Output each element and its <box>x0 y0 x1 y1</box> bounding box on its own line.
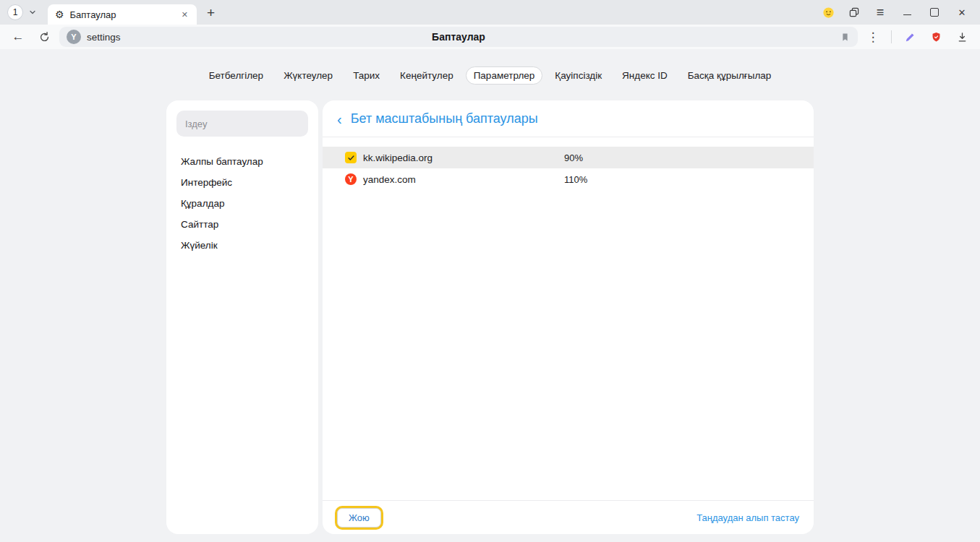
assistant-icon[interactable] <box>817 2 840 22</box>
minimize-icon <box>903 14 911 15</box>
browser-tab-settings[interactable]: ⚙ Баптаулар ✕ <box>48 4 197 25</box>
panel-footer: Жою Таңдаудан алып тастау <box>323 500 814 534</box>
tabs-panel-icon[interactable] <box>843 2 866 22</box>
shield-glyph <box>930 31 942 43</box>
window-maximize-button[interactable] <box>922 2 947 22</box>
address-bar[interactable]: Y settings Баптаулар <box>59 27 858 47</box>
sidebar-item-interface[interactable]: Интерфейс <box>176 172 308 193</box>
checkmark-glyph <box>347 154 355 162</box>
zoom-value: 90% <box>564 152 583 163</box>
tab-security[interactable]: Қауіпсіздік <box>547 66 610 85</box>
page-title: Баптаулар <box>59 31 858 43</box>
site-row-kk-wikipedia[interactable]: kk.wikipedia.org 90% <box>323 147 814 168</box>
sidebar-item-sites[interactable]: Сайттар <box>176 214 308 235</box>
toolbar-divider <box>891 30 892 43</box>
site-favicon: Y <box>67 30 81 44</box>
panel-header: ‹ Бет масштабының баптаулары <box>323 100 814 137</box>
reload-button[interactable] <box>33 27 55 47</box>
checkbox-checked-icon[interactable] <box>345 152 357 163</box>
site-name: kk.wikipedia.org <box>363 152 564 163</box>
assistant-glyph <box>822 6 835 20</box>
settings-sidebar: Жалпы баптаулар Интерфейс Құралдар Сайтт… <box>166 100 318 534</box>
sidebar-item-system[interactable]: Жүйелік <box>176 235 308 256</box>
tab-close-icon[interactable]: ✕ <box>180 9 189 21</box>
tab-history[interactable]: Тарих <box>345 66 388 85</box>
chevron-down-icon[interactable] <box>26 4 39 20</box>
gear-icon: ⚙ <box>55 9 64 20</box>
tab-title: Баптаулар <box>70 9 174 20</box>
tab-bookmarks[interactable]: Бетбелгілер <box>201 66 271 85</box>
site-row-yandex[interactable]: Y yandex.com 110% <box>323 168 814 190</box>
tab-other-devices[interactable]: Басқа құрылғылар <box>680 66 780 85</box>
bookmark-glyph <box>840 32 851 43</box>
tab-counter-value: 1 <box>13 7 18 17</box>
window-minimize-button[interactable] <box>895 2 919 22</box>
bookmark-icon[interactable] <box>840 32 851 43</box>
reload-icon <box>38 31 51 43</box>
sidebar-item-general[interactable]: Жалпы баптаулар <box>176 151 308 172</box>
browser-toolbar: ← Y settings Баптаулар ⋮ <box>0 25 980 49</box>
toolbar-more-button[interactable]: ⋮ <box>862 27 884 47</box>
pen-glyph <box>904 31 916 43</box>
sidebar-menu: Жалпы баптаулар Интерфейс Құралдар Сайтт… <box>176 151 308 256</box>
window-close-icon: ✕ <box>958 7 966 18</box>
maximize-icon <box>930 8 939 17</box>
window-close-button[interactable]: ✕ <box>950 2 974 22</box>
zoom-site-list: kk.wikipedia.org 90% Y yandex.com 110% <box>323 137 814 500</box>
back-chevron-icon[interactable]: ‹ <box>337 112 342 126</box>
yandex-favicon: Y <box>345 173 357 185</box>
tab-settings[interactable]: Параметрлер <box>466 66 543 85</box>
tab-extensions[interactable]: Кеңейтулер <box>392 66 461 85</box>
delete-button[interactable]: Жою <box>337 508 381 528</box>
tab-downloads[interactable]: Жүктеулер <box>276 66 341 85</box>
tab-yandex-id[interactable]: Яндекс ID <box>614 66 676 85</box>
tab-strip: 1 ⚙ Баптаулар ✕ + ≡ ✕ <box>0 0 980 25</box>
pen-edit-icon[interactable] <box>899 27 921 47</box>
protect-shield-icon[interactable] <box>925 27 947 47</box>
sidebar-item-tools[interactable]: Құралдар <box>176 193 308 214</box>
zoom-value: 110% <box>564 174 587 185</box>
download-icon[interactable] <box>951 27 973 47</box>
download-glyph <box>956 31 968 43</box>
settings-content: Жалпы баптаулар Интерфейс Құралдар Сайтт… <box>166 100 814 534</box>
url-text: settings <box>87 32 121 43</box>
site-name: yandex.com <box>363 174 564 185</box>
new-tab-button[interactable]: + <box>200 6 222 20</box>
deselect-all-link[interactable]: Таңдаудан алып тастау <box>696 512 799 523</box>
settings-page: Бетбелгілер Жүктеулер Тарих Кеңейтулер П… <box>0 49 980 542</box>
tab-counter-badge[interactable]: 1 <box>7 4 23 20</box>
page-zoom-settings-panel: ‹ Бет масштабының баптаулары kk.wikipedi… <box>323 100 814 534</box>
settings-nav-tabs: Бетбелгілер Жүктеулер Тарих Кеңейтулер П… <box>0 49 980 85</box>
chevron-down-glyph <box>28 8 37 17</box>
search-input[interactable] <box>176 111 308 137</box>
tabs-panel-glyph <box>848 6 861 19</box>
menu-icon[interactable]: ≡ <box>869 2 892 22</box>
back-button[interactable]: ← <box>7 27 29 47</box>
menu-glyph: ≡ <box>877 5 885 20</box>
panel-title: Бет масштабының баптаулары <box>351 111 538 126</box>
